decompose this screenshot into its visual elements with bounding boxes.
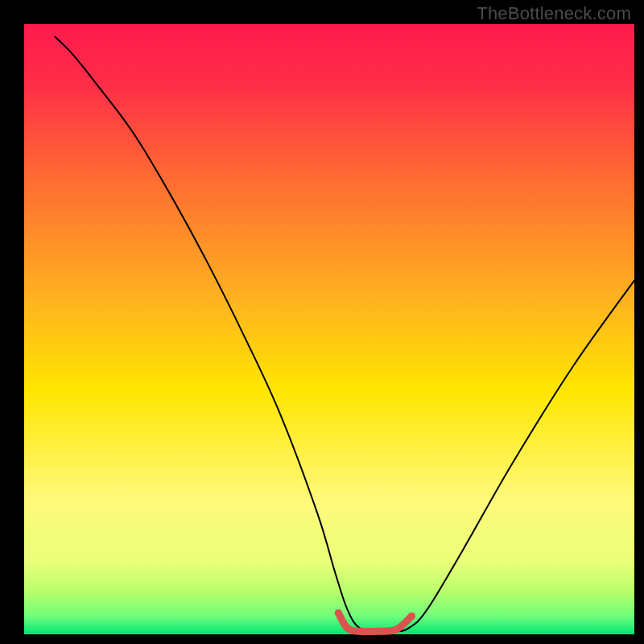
optimal-zone-endpoint — [335, 609, 342, 617]
chart-container: TheBottleneck.com — [0, 0, 644, 644]
optimal-zone-endpoint — [408, 613, 415, 620]
bottleneck-chart — [0, 0, 644, 644]
watermark-text: TheBottleneck.com — [477, 3, 631, 24]
gradient-background — [24, 24, 634, 634]
